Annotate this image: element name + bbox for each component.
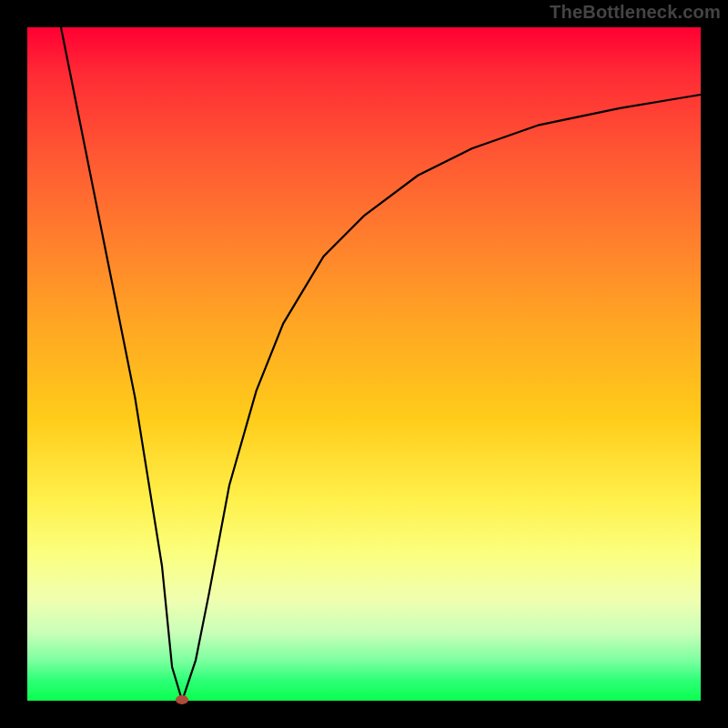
bottleneck-curve	[27, 27, 701, 701]
plot-area	[27, 27, 701, 701]
chart-frame: TheBottleneck.com	[0, 0, 728, 728]
watermark-text: TheBottleneck.com	[550, 2, 721, 23]
curve-line	[61, 27, 701, 701]
optimum-marker	[176, 695, 188, 704]
